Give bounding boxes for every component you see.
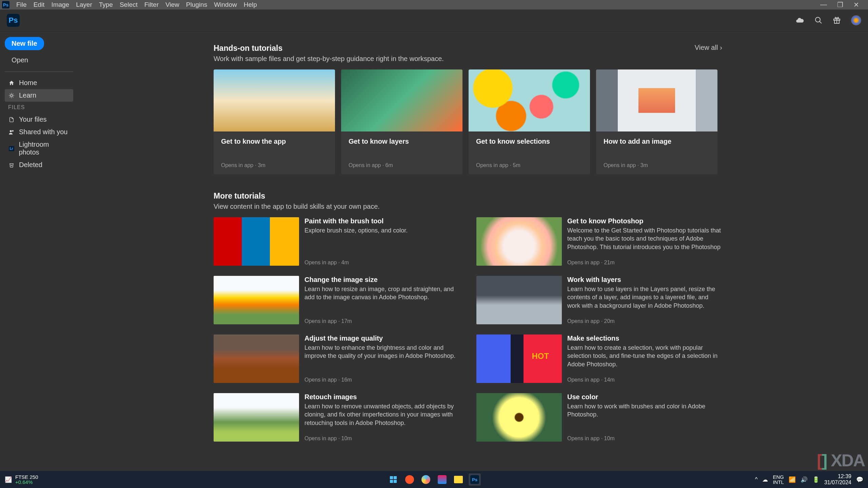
stock-widget-icon[interactable]: 📈 [5, 476, 12, 483]
menu-bar: Ps File Edit Image Layer Type Select Fil… [0, 0, 868, 9]
time: 12:39 [838, 473, 851, 480]
taskbar-app-photoshop[interactable]: Ps [469, 473, 481, 486]
app-bar: Ps [0, 9, 868, 32]
svg-point-5 [11, 95, 13, 97]
window-restore-icon[interactable]: ❐ [837, 1, 843, 9]
search-icon[interactable] [814, 16, 823, 24]
menu-filter[interactable]: Filter [141, 0, 162, 9]
tutorial-card[interactable]: Get to know the app Opens in app · 3m [214, 69, 335, 175]
tutorial-list-item[interactable]: Retouch images Learn how to remove unwan… [214, 393, 459, 442]
tray-battery-icon[interactable]: 🔋 [812, 476, 820, 483]
tutorial-list-desc: Learn how to enhance the brightness and … [304, 344, 459, 360]
taskbar-app-copilot[interactable] [420, 473, 432, 486]
menu-help[interactable]: Help [240, 0, 260, 9]
stock-widget[interactable]: FTSE 250 +0.64% [15, 474, 38, 485]
tutorial-list-item[interactable]: Change the image size Learn how to resiz… [214, 276, 459, 324]
menu-view[interactable]: View [162, 0, 183, 9]
trash-icon [8, 162, 15, 168]
menu-type[interactable]: Type [96, 0, 116, 9]
taskbar-app-explorer[interactable] [452, 473, 465, 486]
tutorial-thumbnail [476, 217, 562, 266]
files-heading: FILES [5, 102, 73, 113]
lightroom-icon: Lr [8, 146, 15, 151]
open-button[interactable]: Open [5, 54, 35, 67]
tutorial-list-title: Make selections [567, 334, 722, 342]
tutorial-card-meta: Opens in app · 3m [604, 162, 710, 168]
sidebar-item-your-files[interactable]: Your files [5, 113, 73, 126]
start-button[interactable] [387, 473, 399, 486]
tutorial-card[interactable]: Get to know selections Opens in app · 5m [469, 69, 590, 175]
menu-file[interactable]: File [13, 0, 30, 9]
tray-wifi-icon[interactable]: 📶 [789, 476, 796, 483]
taskbar-app-paint[interactable] [436, 473, 448, 486]
hands-on-subtitle: Work with sample files and get step-by-s… [214, 55, 444, 63]
taskbar-app-brave[interactable] [403, 473, 416, 486]
tutorial-list-item[interactable]: Make selections Learn how to create a se… [476, 334, 722, 383]
sidebar-item-label: Lightroom photos [19, 141, 70, 156]
window-minimize-icon[interactable]: — [820, 1, 827, 9]
windows-taskbar: 📈 FTSE 250 +0.64% Ps ^ ☁ ENGINTL 📶 🔊 🔋 1… [0, 471, 868, 488]
tutorial-list-item[interactable]: Get to know Photoshop Welcome to the Get… [476, 217, 722, 266]
tutorial-list-meta: Opens in app · 14m [567, 377, 722, 383]
tray-onedrive-icon[interactable]: ☁ [762, 476, 768, 483]
tutorial-thumbnail [476, 276, 562, 324]
language-indicator[interactable]: ENGINTL [773, 474, 784, 485]
stock-name: FTSE 250 [15, 474, 38, 480]
tutorial-card[interactable]: Get to know layers Opens in app · 6m [341, 69, 462, 175]
tutorial-list-item[interactable]: Use color Learn how to work with brushes… [476, 393, 722, 442]
tutorial-list-item[interactable]: Adjust the image quality Learn how to en… [214, 334, 459, 383]
tutorial-thumbnail [596, 69, 717, 131]
tutorial-list-item[interactable]: Paint with the brush tool Explore brush … [214, 217, 459, 266]
svg-rect-8 [390, 476, 393, 479]
menu-plugins[interactable]: Plugins [183, 0, 211, 9]
new-file-button[interactable]: New file [5, 37, 44, 50]
user-avatar[interactable] [851, 15, 861, 25]
menu-image[interactable]: Image [48, 0, 73, 9]
tray-volume-icon[interactable]: 🔊 [801, 476, 808, 483]
tutorial-card-meta: Opens in app · 3m [221, 162, 328, 168]
tutorial-thumbnail [469, 69, 590, 131]
sidebar-item-lightroom[interactable]: Lr Lightroom photos [5, 138, 73, 159]
tutorial-thumbnail [214, 276, 299, 324]
view-all-label: View all [695, 44, 718, 52]
hands-on-title: Hands-on tutorials [214, 44, 444, 53]
menu-edit[interactable]: Edit [30, 0, 48, 9]
menu-layer[interactable]: Layer [73, 0, 96, 9]
sidebar-item-home[interactable]: Home [5, 77, 73, 89]
gift-icon[interactable] [833, 16, 841, 24]
tutorial-thumbnail [476, 393, 562, 442]
learn-icon [8, 93, 15, 99]
tutorial-list-title: Retouch images [304, 393, 459, 401]
tutorial-card[interactable]: How to add an image Opens in app · 3m [596, 69, 717, 175]
window-close-icon[interactable]: ✕ [853, 1, 859, 9]
tutorial-list-desc: Learn how to remove unwanted objects, ad… [304, 402, 459, 427]
tutorial-list-desc: Learn how to use layers in the Layers pa… [567, 285, 722, 310]
more-tutorials-title: More tutorials [214, 191, 380, 201]
content-area: Hands-on tutorials Work with sample file… [78, 32, 868, 471]
tutorial-card-meta: Opens in app · 5m [476, 162, 583, 168]
sidebar-item-label: Shared with you [19, 128, 67, 136]
svg-rect-10 [390, 480, 393, 483]
cloud-icon[interactable] [795, 16, 804, 25]
menu-window[interactable]: Window [211, 0, 240, 9]
tutorial-list-item[interactable]: Work with layers Learn how to use layers… [476, 276, 722, 324]
tutorial-thumbnail [214, 69, 335, 131]
tutorial-list-title: Change the image size [304, 276, 459, 284]
view-all-link[interactable]: View all › [695, 44, 722, 52]
tutorial-list-desc: Learn how to create a selection, work wi… [567, 344, 722, 368]
sidebar-item-label: Learn [19, 92, 36, 99]
menu-select[interactable]: Select [116, 0, 141, 9]
sidebar-item-learn[interactable]: Learn [5, 89, 73, 102]
home-icon [8, 80, 15, 86]
sidebar-item-shared[interactable]: Shared with you [5, 126, 73, 138]
tray-chevron-icon[interactable]: ^ [755, 476, 757, 483]
tray-notifications-icon[interactable]: 💬 [856, 476, 863, 483]
svg-point-0 [815, 17, 820, 22]
sidebar-divider [5, 72, 73, 72]
svg-point-6 [10, 130, 12, 132]
clock[interactable]: 12:39 31/07/2024 [824, 473, 851, 485]
tutorial-thumbnail [214, 393, 299, 442]
tutorial-list-desc: Welcome to the Get Started with Photosho… [567, 226, 722, 251]
sidebar-item-deleted[interactable]: Deleted [5, 159, 73, 171]
tutorial-list-meta: Opens in app · 20m [567, 318, 722, 324]
